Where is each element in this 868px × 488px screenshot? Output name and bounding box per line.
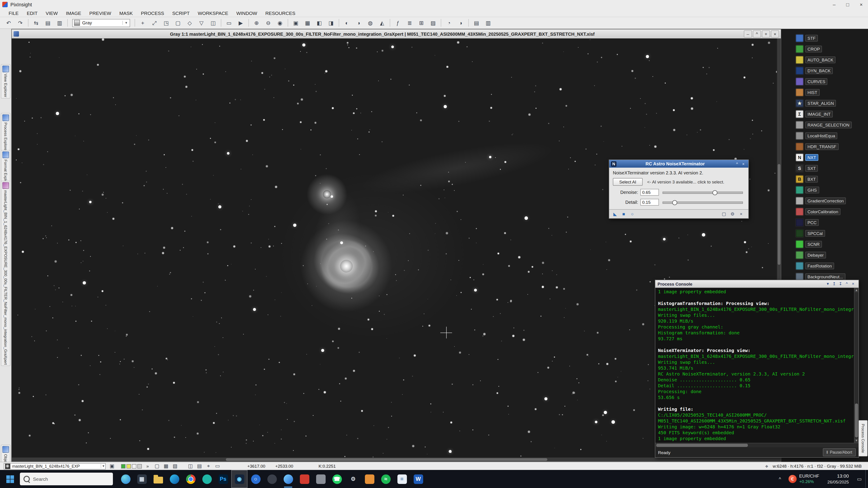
pause-abort-button[interactable]: ‖ Pause/Abort	[823, 448, 856, 456]
image-window-iconize-button[interactable]: –	[744, 30, 752, 37]
pattern-overlay-icon[interactable]: ▧	[170, 462, 180, 470]
pixinsight-icon[interactable]: ◉	[231, 470, 247, 488]
half-view-icon[interactable]: ◑	[455, 18, 466, 28]
tile-windows-icon[interactable]: ▣	[290, 18, 302, 28]
sidebar-tab-view-explorer[interactable]: View Explorer	[1, 64, 10, 99]
menu-view[interactable]: VIEW	[41, 9, 62, 17]
denoise-slider[interactable]	[662, 189, 743, 195]
spotify-icon[interactable]: ≈	[377, 470, 394, 488]
texture-icon[interactable]: ▨	[427, 18, 439, 28]
menu-window[interactable]: WINDOW	[232, 9, 261, 17]
select-ai-button[interactable]: Select AI	[613, 178, 643, 186]
process-item-colorcalibration[interactable]: ColorCalibration	[796, 208, 867, 215]
nxt-close-button[interactable]: ×	[740, 161, 746, 167]
split-preview-icon[interactable]: ◫	[186, 462, 195, 470]
move-tool-icon[interactable]: +	[137, 18, 149, 28]
console-vertical-scrollbar[interactable]: ▲ ▼	[854, 288, 859, 443]
quarter-view-icon[interactable]: ◔	[443, 18, 455, 28]
process-item-backgroundneut-[interactable]: BackgroundNeut...	[796, 274, 867, 280]
process-item-gradientcorrection[interactable]: GradientCorrection	[796, 197, 867, 204]
menu-file[interactable]: FILE	[4, 9, 23, 17]
apply-button[interactable]: ■	[620, 210, 627, 217]
taskbar-clock[interactable]: 13:00 26/05/2025	[823, 473, 853, 485]
center-view-icon[interactable]: ▢	[172, 18, 184, 28]
task-view-icon[interactable]: ▦	[134, 470, 150, 488]
fit-window-icon[interactable]: ◳	[160, 18, 172, 28]
image-window-zoom-window-button[interactable]: +	[762, 30, 770, 37]
start-button[interactable]	[0, 470, 20, 488]
view-selector-dropdown[interactable]: masterLight_BIN_1_6248x4176_EXP ▾	[4, 463, 106, 469]
process-item-image-int[interactable]: ΣIMAGE_INT	[796, 111, 867, 117]
process-item-localhistequa[interactable]: LocalHistEqua	[796, 133, 867, 139]
panel-mode-icon[interactable]: ▤	[42, 18, 54, 28]
reset-button[interactable]: ×	[738, 210, 745, 217]
console-close-button[interactable]: ×	[850, 281, 856, 287]
readout-mode-icon[interactable]: ◇	[184, 18, 195, 28]
undo-icon[interactable]: ↶	[3, 18, 14, 28]
mask-invert-icon[interactable]: ◑	[353, 18, 365, 28]
mask-select-icon[interactable]: ◭	[376, 18, 388, 28]
process-item-stf[interactable]: STF	[796, 35, 867, 41]
cols-layout-icon[interactable]: ▥	[482, 18, 494, 28]
redo-icon[interactable]: ↷	[14, 18, 26, 28]
process-item-bxt[interactable]: BBXT	[796, 176, 867, 182]
console-hscroll-thumb[interactable]	[656, 444, 748, 447]
console-horizontal-scrollbar[interactable]	[655, 443, 859, 447]
menu-workspace[interactable]: WORKSPACE	[194, 9, 232, 17]
console-dropdown-button[interactable]: ▾	[825, 281, 831, 287]
console-titlebar[interactable]: Process Console ▾↥↧^×	[655, 280, 859, 288]
gray-app-icon[interactable]	[312, 470, 329, 488]
grid-snap-icon[interactable]: ⊞	[415, 18, 427, 28]
chrome-browser-icon[interactable]	[182, 470, 199, 488]
console-scroll-top-button[interactable]: ↥	[831, 281, 837, 287]
red-app-icon[interactable]	[296, 470, 312, 488]
detail-input[interactable]: 0.15	[641, 199, 659, 206]
cursor-tool-icon[interactable]: ▶	[235, 18, 247, 28]
swap-files-icon[interactable]: ⇆	[30, 18, 42, 28]
doc-mode-icon[interactable]: ▥	[54, 18, 65, 28]
image-horizontal-scrollbar[interactable]	[12, 457, 777, 461]
browse-documentation-button[interactable]: ▢	[720, 210, 727, 217]
show-desktop-button[interactable]	[865, 470, 868, 488]
dark-app-icon[interactable]	[264, 470, 280, 488]
process-item-auto-back[interactable]: AUTO_BACK	[796, 56, 867, 63]
grid-overlay-icon[interactable]: ▦	[161, 462, 170, 470]
menu-image[interactable]: IMAGE	[62, 9, 85, 17]
copilot-icon[interactable]	[117, 470, 134, 488]
sidebar-tab-masterlight-bin-1-6248x4176-[interactable]: masterLight_BIN_1_6248x4176_EXPOSURE_300…	[1, 181, 10, 366]
photoshop-icon[interactable]: Ps	[215, 470, 231, 488]
edge-browser-icon[interactable]	[166, 470, 182, 488]
notification-center-icon[interactable]: ▭	[853, 476, 865, 482]
menu-process[interactable]: PROCESS	[137, 9, 168, 17]
hscroll-thumb[interactable]	[226, 458, 547, 461]
zoom-out-icon[interactable]: ⊖	[262, 18, 274, 28]
process-item-hdr-transf[interactable]: HDR_TRANSF	[796, 143, 867, 150]
word-icon[interactable]: W	[410, 470, 426, 488]
image-window-shade-button[interactable]: ^	[753, 30, 761, 37]
mask-enable-icon[interactable]: ◍	[365, 18, 376, 28]
selection-rect-icon[interactable]: ▭	[213, 462, 222, 470]
zoom-in-icon[interactable]: ⊕	[251, 18, 262, 28]
preview-mode-icon[interactable]: ▽	[195, 18, 207, 28]
currency-widget[interactable]: € EUR/CHF +0.26%	[785, 470, 823, 488]
process-item-spccal[interactable]: SPCCal	[796, 230, 867, 237]
split-view-icon[interactable]: ◫	[207, 18, 219, 28]
process-item-curves[interactable]: CURVES	[796, 78, 867, 85]
file-explorer-icon[interactable]	[150, 470, 166, 488]
scroll-down-arrow[interactable]: ▼	[855, 438, 859, 443]
blue-ring-app-icon[interactable]: ○	[247, 470, 264, 488]
settings-icon[interactable]: ⚙	[345, 470, 361, 488]
rows-layout-icon[interactable]: ▤	[471, 18, 482, 28]
console-output[interactable]: 1 image property embedded HistogramTrans…	[655, 288, 859, 443]
shade-right-icon[interactable]: ◨	[325, 18, 337, 28]
process-item-star-align[interactable]: ★STAR_ALIGN	[796, 100, 867, 107]
notepad-icon[interactable]: ≡	[394, 470, 410, 488]
real-time-preview-button[interactable]: ○	[629, 210, 636, 217]
process-item-pcc[interactable]: PCC	[796, 219, 867, 226]
statusbar-overflow[interactable]: »	[146, 464, 149, 468]
sidebar-tab-process-explorer[interactable]: Process Explorer	[1, 113, 10, 153]
minimize-button[interactable]: –	[827, 0, 841, 9]
tray-expand-icon[interactable]: ^	[775, 476, 785, 482]
function-curves-icon[interactable]: ƒ	[392, 18, 404, 28]
close-button[interactable]: ×	[855, 0, 868, 9]
